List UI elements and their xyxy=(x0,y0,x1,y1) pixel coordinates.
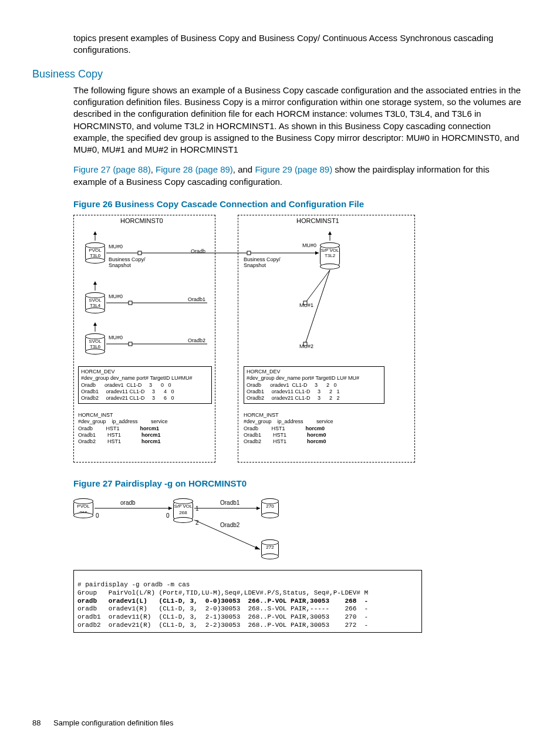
dev-header: #dev_group dev_name port# TargetID LU# M… xyxy=(247,375,382,382)
code-cmd: # pairdisplay -g oradb -m cas xyxy=(77,581,190,588)
svg-line-24 xyxy=(194,520,260,549)
inst-row: Oradb1 HST1 horcm0 xyxy=(244,432,333,438)
instblock-right: HORCM_INST #dev_group ip_address service… xyxy=(244,412,333,445)
horcm-dev-label: HORCM_DEV xyxy=(81,369,209,375)
link-figure-27[interactable]: Figure 27 (page 88) xyxy=(73,164,151,174)
label-businesscopy-left: Business Copy/ Snapshot xyxy=(109,257,146,269)
code-row: oradb1 oradev11(R) (CL1-D, 3, 2-1)30053 … xyxy=(77,613,368,620)
sep: , and xyxy=(233,164,255,174)
horcm-inst-label: HORCM_INST xyxy=(78,412,168,418)
horcm-dev-label: HORCM_DEV xyxy=(247,369,382,375)
figure-27-caption: Figure 27 Pairdisplay -g on HORCMINST0 xyxy=(73,478,525,490)
dev-header: #dev_group dev_name port# TargetID LU#MU… xyxy=(81,375,209,382)
figure-26-diagram: HORCMINST0 HORCMINST1 PVOL T3L0 SVOL T3L… xyxy=(73,215,426,467)
svg-marker-23 xyxy=(257,507,260,510)
sep: , xyxy=(151,164,156,174)
intro-paragraph: topics present examples of Business Copy… xyxy=(73,32,525,56)
label-mu2: MU#2 xyxy=(299,344,313,350)
instblock-left: HORCM_INST #dev_group ip_address service… xyxy=(78,412,168,445)
inst-row: Oradb HST1 horcm0 xyxy=(244,426,333,432)
label-businesscopy-right: Business Copy/ Snapshot xyxy=(244,257,281,269)
devbox-right: HORCM_DEV #dev_group dev_name port# Targ… xyxy=(244,366,384,404)
devbox-left: HORCM_DEV #dev_group dev_name port# Targ… xyxy=(78,366,212,404)
label-horcminst0: HORCMINST0 xyxy=(120,217,163,224)
link-figure-28[interactable]: Figure 28 (page 89) xyxy=(156,164,233,174)
cyl-svol-t3l6: SVOL T3L6 xyxy=(85,335,105,353)
inst-row: Oradb1 HST1 horcm1 xyxy=(78,432,168,438)
code-header: Group PairVol(L/R) (Port#,TID,LU-M),Seq#… xyxy=(77,589,368,596)
label-mu0-left: MU#0 xyxy=(109,244,123,250)
figure-26-caption: Figure 26 Business Copy Cascade Connecti… xyxy=(73,198,525,210)
inst-row: Oradb2 HST1 horcm0 xyxy=(244,438,333,445)
pairdisplay-output: # pairdisplay -g oradb -m cas Group Pair… xyxy=(73,570,422,632)
dev-row: Oradb2 oradev21 CL1-D 3 6 0 xyxy=(81,395,209,401)
dev-row: Oradb oradev1 CL1-D 3 2 0 xyxy=(247,382,382,389)
svg-marker-25 xyxy=(255,546,260,549)
svg-marker-21 xyxy=(168,507,172,510)
horcm-inst-label: HORCM_INST xyxy=(244,412,333,418)
label-oradb: Oradb xyxy=(191,249,205,255)
label-horcminst1: HORCMINST1 xyxy=(296,217,339,224)
inst-row: Oradb2 HST1 horcm1 xyxy=(78,438,168,445)
figure-27-diagram: PVOL 266 S/P VOL 268 270 272 oradb Oradb… xyxy=(73,494,361,562)
cyl-spvol-t3l2: S/P VOL T3L2 xyxy=(320,244,340,268)
dev-row: Oradb1 oradev11 CL1-D 3 2 1 xyxy=(247,389,382,395)
label-oradb2: Oradb2 xyxy=(188,338,205,344)
section-heading-business-copy: Business Copy xyxy=(32,67,525,81)
label-mu1: MU#1 xyxy=(299,303,313,309)
label-mu0-left2: MU#0 xyxy=(109,294,123,300)
label-mu0-left3: MU#0 xyxy=(109,335,123,341)
label-mu0-right: MU#0 xyxy=(302,243,316,249)
cyl-pvol-t3l0: PVOL T3L0 xyxy=(85,244,105,262)
label-oradb1: Oradb1 xyxy=(188,297,205,303)
inst-header: #dev_group ip_address service xyxy=(78,418,168,425)
dev-row: Oradb1 oradev11 CL1-D 3 4 0 xyxy=(81,389,209,395)
inst-row: Oradb HST1 horcm1 xyxy=(78,426,168,432)
code-row: oradb oradev1(L) (CL1-D, 3, 0-0)30053 26… xyxy=(77,598,368,605)
dev-row: Oradb2 oradev21 CL1-D 3 2 2 xyxy=(247,395,382,401)
cyl-svol-t3l4: SVOL T3L4 xyxy=(85,294,105,312)
figure-links-paragraph: Figure 27 (page 88), Figure 28 (page 89)… xyxy=(73,164,525,188)
link-figure-29[interactable]: Figure 29 (page 89) xyxy=(255,164,332,174)
dev-row: Oradb oradev1 CL1-D 3 0 0 xyxy=(81,382,209,389)
paragraph-1: The following figure shows an example of… xyxy=(73,85,525,156)
code-row: oradb oradev1(R) (CL1-D, 3, 2-0)30053 26… xyxy=(77,605,368,612)
inst-header: #dev_group ip_address service xyxy=(244,418,333,425)
code-row: oradb2 oradev21(R) (CL1-D, 3, 2-2)30053 … xyxy=(77,622,368,629)
